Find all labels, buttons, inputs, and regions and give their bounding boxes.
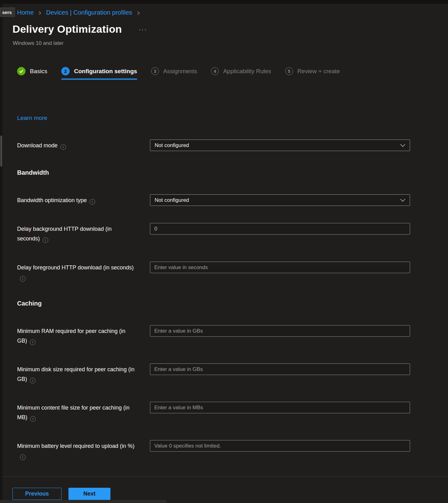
delay-background-label: Delay background HTTP download (in secon…: [17, 224, 135, 244]
breadcrumb: Home Devices | Configuration profiles: [17, 9, 140, 16]
field-label-text: Bandwidth optimization type: [17, 197, 87, 203]
min-disk-label: Minimum disk size required for peer cach…: [17, 365, 135, 384]
min-content-size-label: Minimum content file size for peer cachi…: [17, 403, 135, 422]
step-review-create[interactable]: 5 Review + create: [285, 67, 340, 80]
step-label: Assignments: [163, 68, 197, 75]
step-number: 5: [285, 67, 293, 75]
min-ram-input[interactable]: [150, 325, 410, 337]
window-top-edge: [0, 0, 448, 4]
min-battery-label: Minimum battery level required to upload…: [17, 441, 135, 461]
field-label-text: Delay foreground HTTP download (in secon…: [17, 264, 134, 271]
bottom-popup-edge: [0, 500, 166, 503]
step-label: Review + create: [297, 68, 340, 75]
dropdown-selected-value: Not configured: [155, 197, 400, 203]
info-icon[interactable]: i: [20, 454, 26, 460]
chevron-down-icon: [400, 199, 405, 202]
min-disk-input[interactable]: [150, 363, 410, 375]
dropdown-selected-value: Not configured: [155, 142, 400, 149]
wizard-steps: Basics 2 Configuration settings 3 Assign…: [17, 67, 340, 80]
info-icon[interactable]: i: [30, 339, 35, 345]
breadcrumb-home-link[interactable]: Home: [17, 9, 34, 16]
next-button[interactable]: Next: [68, 488, 110, 500]
min-content-size-input[interactable]: [150, 402, 410, 413]
field-label-text: Download mode: [17, 142, 58, 149]
chevron-down-icon: [400, 144, 405, 147]
adjacent-blade-edge: [0, 4, 2, 503]
info-icon[interactable]: i: [90, 199, 95, 205]
step-basics[interactable]: Basics: [17, 67, 47, 80]
step-number: 3: [151, 67, 159, 75]
section-header-caching: Caching: [17, 300, 42, 307]
step-label: Configuration settings: [74, 68, 137, 75]
field-label-text: Delay background HTTP download (in secon…: [17, 226, 112, 242]
page-title: Delivery Optimization: [12, 23, 122, 35]
step-applicability-rules[interactable]: 4 Applicability Rules: [211, 67, 271, 80]
footer-divider: [2, 476, 448, 477]
scrollbar-thumb[interactable]: [0, 135, 2, 167]
delay-foreground-input[interactable]: [150, 262, 410, 273]
page-subtitle: Windows 10 and later: [13, 40, 63, 46]
bandwidth-optimization-type-dropdown[interactable]: Not configured: [150, 194, 410, 206]
step-label: Applicability Rules: [223, 68, 271, 75]
step-label: Basics: [30, 68, 47, 75]
learn-more-link[interactable]: Learn more: [17, 115, 47, 121]
step-assignments[interactable]: 3 Assignments: [151, 67, 197, 80]
breadcrumb-devices-link[interactable]: Devices | Configuration profiles: [46, 9, 132, 16]
section-header-bandwidth: Bandwidth: [17, 169, 49, 176]
info-icon[interactable]: i: [30, 378, 35, 383]
info-icon[interactable]: i: [43, 237, 48, 243]
more-menu-icon[interactable]: ···: [138, 26, 148, 32]
clipped-blade-label: sers: [0, 7, 15, 17]
bandwidth-optimization-type-label: Bandwidth optimization typei: [17, 196, 135, 205]
step-number: 4: [211, 67, 219, 75]
download-mode-label: Download modei: [17, 141, 135, 150]
step-complete-icon: [17, 67, 26, 75]
field-label-text: Minimum battery level required to upload…: [17, 443, 134, 449]
delay-background-input[interactable]: [150, 223, 410, 235]
min-battery-input[interactable]: [150, 440, 410, 452]
min-ram-label: Minimum RAM required for peer caching (i…: [17, 326, 135, 346]
info-icon[interactable]: i: [20, 276, 26, 282]
previous-button[interactable]: Previous: [12, 488, 62, 500]
download-mode-dropdown[interactable]: Not configured: [150, 140, 410, 151]
chevron-right-icon: [38, 11, 42, 15]
step-configuration-settings[interactable]: 2 Configuration settings: [61, 67, 137, 80]
delay-foreground-label: Delay foreground HTTP download (in secon…: [17, 263, 135, 282]
info-icon[interactable]: i: [60, 144, 66, 150]
step-number: 2: [61, 67, 70, 75]
clipped-blade-label-text: sers: [2, 10, 12, 15]
check-icon: [19, 69, 24, 74]
info-icon[interactable]: i: [30, 416, 36, 422]
chevron-right-icon: [137, 11, 140, 15]
